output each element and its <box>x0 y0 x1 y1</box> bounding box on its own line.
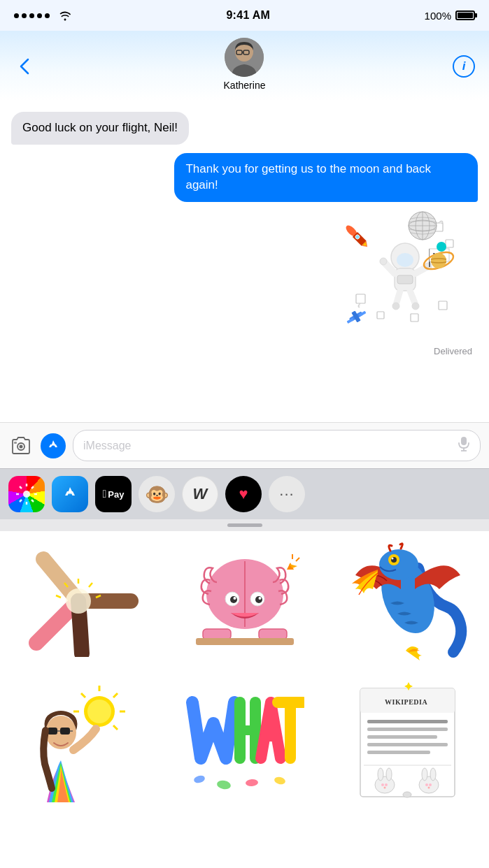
message-outgoing: Thank you for getting us to the moon and… <box>11 153 478 202</box>
svg-line-87 <box>81 693 85 697</box>
svg-point-122 <box>425 783 428 786</box>
svg-point-80 <box>119 692 140 704</box>
more-apps-button[interactable]: ··· <box>269 476 305 512</box>
astronaut-sticker: W <box>335 210 475 343</box>
svg-point-33 <box>412 303 419 310</box>
appstore2-icon <box>60 484 80 504</box>
svg-point-114 <box>378 768 383 781</box>
heart-icon: ♥ <box>239 485 248 503</box>
svg-text:WIKIPEDIA: WIKIPEDIA <box>385 698 427 706</box>
signal-dot <box>14 13 19 18</box>
contact-info[interactable]: Katherine <box>224 38 266 91</box>
svg-point-116 <box>381 783 384 786</box>
status-bar: 9:41 AM 100% <box>0 0 489 31</box>
svg-point-21 <box>397 253 413 267</box>
apple-pay-label:  Pay <box>103 488 125 500</box>
svg-rect-42 <box>359 310 367 316</box>
svg-rect-6 <box>446 240 453 247</box>
svg-line-86 <box>113 725 118 730</box>
sticker-brain[interactable] <box>163 531 326 671</box>
bubble-outgoing: Thank you for getting us to the moon and… <box>174 153 478 202</box>
microphone-icon <box>458 436 470 451</box>
camera-icon <box>10 437 31 455</box>
svg-point-118 <box>384 787 386 789</box>
svg-line-70 <box>296 558 299 561</box>
battery-area: 100% <box>425 10 475 22</box>
hearts-app-icon[interactable]: ♥ <box>225 476 262 512</box>
message-input[interactable]: iMessage <box>73 430 481 461</box>
svg-point-123 <box>429 783 432 786</box>
nav-header: Katherine i <box>0 31 489 101</box>
monkey-emoji: 🐵 <box>145 483 169 506</box>
input-bar: iMessage <box>0 422 489 468</box>
wikipedia-icon[interactable]: W <box>182 476 218 512</box>
svg-rect-91 <box>60 728 70 735</box>
svg-point-103 <box>245 779 258 787</box>
svg-rect-110 <box>367 735 437 739</box>
photos-app-icon[interactable] <box>8 476 45 512</box>
signal-dot <box>37 13 42 18</box>
avatar <box>225 38 264 77</box>
back-button[interactable] <box>14 52 35 80</box>
photos-icon <box>16 484 37 505</box>
wiki-w-label: W <box>193 485 208 503</box>
sticker-dragon[interactable] <box>326 531 489 671</box>
signal-dot <box>29 13 34 18</box>
sticker-hands[interactable] <box>0 531 163 671</box>
message-placeholder: iMessage <box>83 440 452 452</box>
status-time: 9:41 AM <box>226 9 270 22</box>
svg-rect-90 <box>48 728 57 735</box>
app-store-button[interactable] <box>41 433 66 458</box>
svg-point-65 <box>258 597 261 600</box>
pill-indicator <box>227 523 262 527</box>
battery-icon <box>455 10 475 20</box>
signal-indicators <box>14 10 72 21</box>
more-dots-label: ··· <box>279 485 294 503</box>
svg-point-50 <box>23 491 30 498</box>
svg-point-32 <box>392 303 399 310</box>
contact-name: Katherine <box>224 80 266 91</box>
svg-rect-67 <box>259 629 287 639</box>
apple-pay-icon[interactable]:  Pay <box>95 476 132 512</box>
svg-point-115 <box>386 768 392 781</box>
svg-point-44 <box>20 444 23 448</box>
camera-button[interactable] <box>8 433 34 458</box>
svg-rect-8 <box>439 301 447 310</box>
sticker-message: W <box>11 210 478 343</box>
svg-point-38 <box>437 242 446 252</box>
drawer-handle[interactable] <box>0 519 489 531</box>
svg-line-54 <box>89 583 92 587</box>
svg-rect-111 <box>367 743 448 746</box>
battery-percent: 100% <box>425 10 451 22</box>
svg-rect-34 <box>397 275 413 284</box>
battery-fill <box>458 13 473 18</box>
svg-point-64 <box>233 597 236 600</box>
svg-rect-9 <box>411 314 418 321</box>
app-store-2-icon[interactable] <box>52 476 88 512</box>
svg-rect-108 <box>367 720 448 723</box>
svg-rect-45 <box>14 442 17 444</box>
svg-point-124 <box>428 787 430 789</box>
sticker-what[interactable] <box>163 671 326 811</box>
svg-point-72 <box>379 549 418 580</box>
monkey-sticker-icon[interactable]: 🐵 <box>139 476 175 512</box>
app-store-icon <box>45 438 61 454</box>
messages-area: Good luck on your flight, Neil! Thank yo… <box>0 101 489 422</box>
wifi-icon <box>58 10 72 21</box>
sticker-woman[interactable] <box>0 671 163 811</box>
info-button[interactable]: i <box>453 55 475 78</box>
svg-point-63 <box>255 596 262 603</box>
svg-point-75 <box>391 557 393 559</box>
svg-point-101 <box>192 774 205 784</box>
svg-rect-10 <box>377 312 384 319</box>
svg-point-82 <box>87 700 111 723</box>
sticker-wikipedia-article[interactable]: WIKIPEDIA <box>326 671 489 811</box>
svg-point-102 <box>216 779 232 790</box>
svg-rect-112 <box>367 751 430 754</box>
mic-button[interactable] <box>458 436 470 455</box>
bubble-incoming: Good luck on your flight, Neil! <box>11 112 189 145</box>
svg-point-37 <box>431 253 446 268</box>
svg-rect-66 <box>203 629 231 639</box>
delivered-status: Delivered <box>11 346 478 356</box>
info-icon: i <box>462 59 466 73</box>
